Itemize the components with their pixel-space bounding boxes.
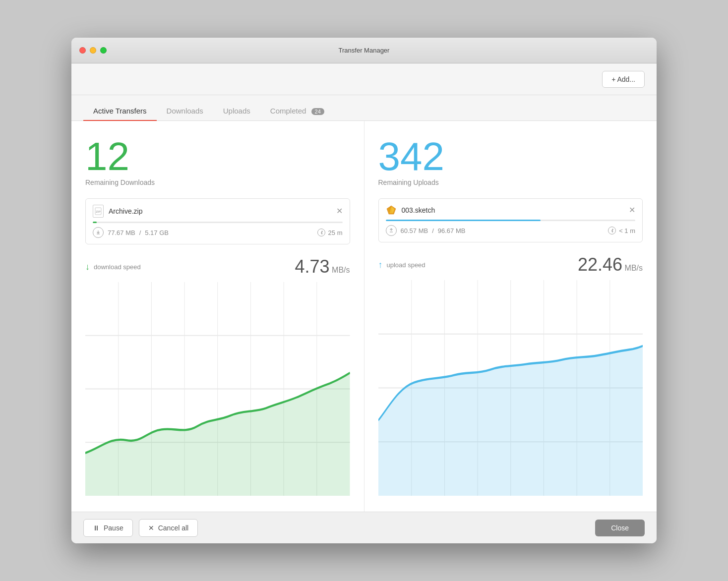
upload-speed-label: upload speed — [387, 261, 425, 269]
remove-upload-button[interactable]: ✕ — [629, 206, 635, 214]
uploads-panel: 342 Remaining Uploads 003.sketch — [364, 121, 657, 512]
uploads-count: 342 Remaining Uploads — [378, 137, 643, 186]
close-window-button[interactable] — [79, 47, 86, 54]
titlebar: Transfer Manager — [71, 38, 657, 63]
toolbar: + Add... — [71, 63, 657, 95]
tab-completed[interactable]: Completed 24 — [260, 102, 334, 121]
upload-size-done: 60.57 MB — [401, 227, 428, 234]
upload-speed-value-row: 22.46 MB/s — [578, 254, 643, 275]
upload-file-item: 003.sketch ✕ 60.57 — [378, 198, 643, 242]
svg-text:ZIP: ZIP — [96, 210, 100, 213]
upload-speed-unit: MB/s — [625, 264, 643, 272]
upload-file-header: 003.sketch ✕ — [386, 205, 636, 216]
cancel-all-button[interactable]: ✕ Cancel all — [139, 519, 198, 537]
upload-time-remaining: < 1 m — [619, 227, 635, 234]
download-progress-fill — [93, 222, 97, 223]
add-label: + Add... — [611, 75, 635, 83]
download-chart — [85, 282, 350, 496]
app-window: Transfer Manager + Add... Active Transfe… — [71, 38, 657, 543]
upload-arrow-icon: ↑ — [378, 260, 383, 270]
zip-file-icon: ZIP — [93, 205, 104, 218]
download-filename: Archive.zip — [109, 207, 142, 215]
cancel-label: Cancel all — [158, 524, 188, 532]
remaining-downloads-label: Remaining Downloads — [85, 178, 350, 186]
upload-speed-label-row: ↑ upload speed — [378, 260, 425, 270]
minimize-window-button[interactable] — [90, 47, 96, 54]
remaining-downloads-number: 12 — [85, 137, 350, 176]
completed-badge: 24 — [311, 108, 324, 115]
download-file-item: ZIP Archive.zip ✕ — [85, 198, 350, 244]
file-stats: 77.67 MB / 5.17 GB 25 m — [93, 227, 343, 238]
cancel-icon: ✕ — [148, 524, 154, 532]
pause-button[interactable]: ⏸ Pause — [83, 519, 133, 537]
download-speed-unit: MB/s — [332, 266, 350, 274]
download-size-done: 77.67 MB — [108, 229, 135, 236]
file-name-row: ZIP Archive.zip — [93, 205, 142, 218]
maximize-window-button[interactable] — [100, 47, 107, 54]
upload-filename: 003.sketch — [402, 206, 435, 214]
pause-icon: ⏸ — [93, 524, 100, 532]
downloads-panel: 12 Remaining Downloads ZIP Archive.zip — [71, 121, 364, 512]
remove-download-button[interactable]: ✕ — [336, 207, 343, 215]
download-time-remaining: 25 m — [328, 229, 343, 236]
bottom-bar: ⏸ Pause ✕ Cancel all Close — [71, 512, 657, 543]
downloads-count: 12 Remaining Downloads — [85, 137, 350, 186]
download-progress-bar — [93, 222, 343, 223]
file-size-row: 77.67 MB / 5.17 GB — [93, 227, 169, 238]
tab-downloads[interactable]: Downloads — [157, 102, 213, 121]
sketch-file-icon — [386, 205, 397, 216]
add-button[interactable]: + Add... — [602, 71, 645, 88]
tab-uploads[interactable]: Uploads — [213, 102, 260, 121]
upload-size-total: 96.67 MB — [438, 227, 466, 234]
remaining-uploads-number: 342 — [378, 137, 643, 176]
tabs-bar: Active Transfers Downloads Uploads Compl… — [71, 95, 657, 121]
upload-file-stats: 60.57 MB / 96.67 MB < 1 m — [386, 225, 636, 236]
tab-active-transfers[interactable]: Active Transfers — [83, 102, 157, 121]
upload-progress-bar — [386, 220, 636, 221]
file-time-row: 25 m — [317, 229, 343, 236]
download-speed-section: ↓ download speed 4.73 MB/s — [85, 256, 350, 496]
upload-progress-fill — [386, 220, 541, 221]
speed-header: ↓ download speed 4.73 MB/s — [85, 256, 350, 277]
upload-icon — [386, 225, 397, 236]
close-label: Close — [611, 524, 629, 532]
traffic-lights — [79, 47, 107, 54]
clock-icon — [317, 229, 325, 236]
download-speed-value: 4.73 — [295, 256, 330, 277]
upload-time-row: < 1 m — [608, 227, 635, 234]
download-icon — [93, 227, 104, 238]
upload-speed-header: ↑ upload speed 22.46 MB/s — [378, 254, 643, 275]
download-size-total: 5.17 GB — [145, 229, 169, 236]
window-title: Transfer Manager — [339, 47, 390, 54]
upload-file-name-row: 003.sketch — [386, 205, 435, 216]
download-speed-value-row: 4.73 MB/s — [295, 256, 350, 277]
download-speed-label: download speed — [94, 263, 141, 271]
file-header: ZIP Archive.zip ✕ — [93, 205, 343, 218]
upload-chart — [378, 280, 643, 496]
speed-label-row: ↓ download speed — [85, 262, 141, 272]
close-button[interactable]: Close — [595, 520, 645, 536]
pause-label: Pause — [104, 524, 123, 532]
upload-clock-icon — [608, 227, 616, 234]
upload-speed-section: ↑ upload speed 22.46 MB/s — [378, 254, 643, 496]
remaining-uploads-label: Remaining Uploads — [378, 178, 643, 186]
upload-size-row: 60.57 MB / 96.67 MB — [386, 225, 466, 236]
download-arrow-icon: ↓ — [85, 262, 90, 272]
main-content: 12 Remaining Downloads ZIP Archive.zip — [71, 121, 657, 512]
upload-speed-value: 22.46 — [578, 254, 622, 275]
bottom-actions: ⏸ Pause ✕ Cancel all — [83, 519, 198, 537]
